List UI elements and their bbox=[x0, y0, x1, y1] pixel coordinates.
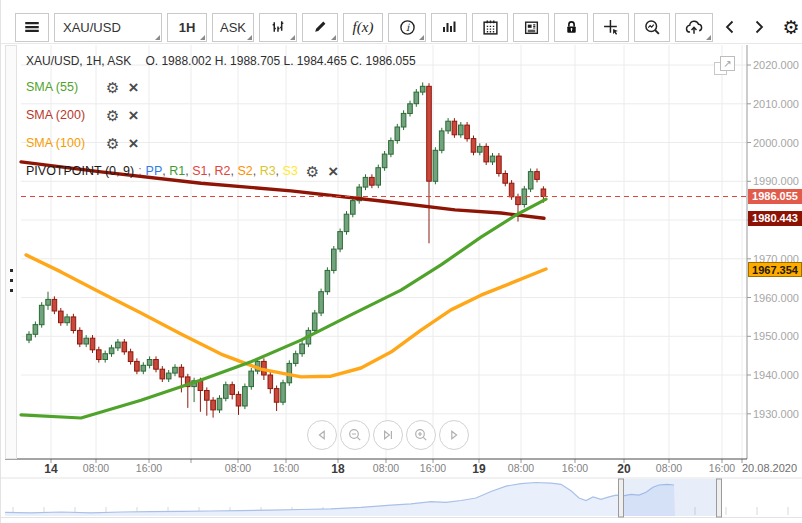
lock-button[interactable] bbox=[554, 13, 588, 42]
date-axis-label: 20.08.2020 bbox=[742, 462, 797, 474]
pivot-comma: , bbox=[162, 164, 169, 178]
cloud-upload-icon bbox=[685, 18, 703, 36]
splitter-grip-dot bbox=[10, 269, 13, 272]
sma100-value-badge: 1967.354 bbox=[748, 262, 802, 277]
price-axis-label: 2000.000 bbox=[753, 137, 799, 149]
time-axis-label: 08:00 bbox=[656, 462, 682, 474]
price-axis-label: 1990.000 bbox=[753, 175, 799, 187]
dropdown-caret-icon bbox=[419, 35, 424, 40]
left-panel-splitter[interactable] bbox=[5, 45, 17, 459]
upload-button[interactable] bbox=[675, 13, 713, 42]
indicators-button[interactable]: f(x) bbox=[343, 13, 383, 42]
pivot-level-r1: R1 bbox=[169, 164, 185, 178]
zoom-mode-button[interactable] bbox=[634, 13, 670, 42]
indicator-settings-gear-icon[interactable]: ⚙ bbox=[106, 136, 119, 151]
pivot-level-pp: PP bbox=[146, 164, 163, 178]
info-button[interactable]: i bbox=[388, 13, 426, 42]
chevron-left-icon bbox=[722, 19, 738, 35]
price-axis-label: 1950.000 bbox=[753, 330, 799, 342]
trading-chart-app: XAU/USD1HASKf(x)i⚙ XAU/USD, 1H, ASK O. 1… bbox=[0, 0, 802, 523]
pivot-separator: : bbox=[138, 164, 141, 178]
time-axis-label: 16:00 bbox=[709, 462, 735, 474]
draw-tools-button[interactable] bbox=[302, 13, 338, 42]
pivot-label: PIVOTPOINT (0, 9) bbox=[26, 164, 134, 178]
chart-type-select-button[interactable] bbox=[259, 13, 297, 42]
crosshair-button[interactable] bbox=[593, 13, 629, 42]
calendar-icon bbox=[482, 19, 499, 36]
current-price-badge: 1986.055 bbox=[748, 189, 802, 204]
dropdown-caret-icon bbox=[155, 35, 160, 40]
chevron-right-icon bbox=[751, 19, 767, 35]
settings-button[interactable]: ⚙ bbox=[776, 13, 802, 42]
pivot-comma: , bbox=[185, 164, 192, 178]
go-to-end-button[interactable] bbox=[373, 420, 403, 450]
news-button[interactable] bbox=[513, 13, 549, 42]
time-axis-label: 18 bbox=[331, 462, 344, 476]
time-axis-label: 08:00 bbox=[225, 462, 251, 474]
zoom-in-button[interactable] bbox=[406, 420, 436, 450]
dropdown-caret-icon bbox=[706, 35, 711, 40]
splitter-grip-dot bbox=[10, 289, 13, 292]
chart-legend: XAU/USD, 1H, ASK O. 1988.002 H. 1988.705… bbox=[26, 49, 416, 185]
legend-instrument: XAU/USD, 1H, ASK bbox=[26, 54, 131, 68]
pivot-comma: , bbox=[207, 164, 214, 178]
detach-chart-button[interactable]: ↗ bbox=[712, 53, 736, 77]
calendar-button[interactable] bbox=[472, 13, 508, 42]
pivot-level-s1: S1 bbox=[192, 164, 207, 178]
zoom-in-icon bbox=[413, 427, 429, 443]
step-forward-icon bbox=[446, 427, 462, 443]
detach-arrow-icon: ↗ bbox=[720, 56, 735, 71]
hamburger-icon bbox=[23, 18, 41, 36]
time-axis-label: 16:00 bbox=[420, 462, 446, 474]
timeframe-select-label: 1H bbox=[179, 20, 196, 35]
pivot-comma: , bbox=[276, 164, 283, 178]
time-axis-label: 16:00 bbox=[273, 462, 299, 474]
indicator-remove-icon[interactable]: × bbox=[128, 107, 138, 124]
indicator-settings-gear-icon[interactable]: ⚙ bbox=[306, 164, 319, 179]
indicator-remove-icon[interactable]: × bbox=[128, 135, 138, 152]
price-axis-label: 1930.000 bbox=[753, 408, 799, 420]
symbol-select-label: XAU/USD bbox=[63, 20, 121, 35]
indicator-remove-icon[interactable]: × bbox=[328, 163, 338, 180]
lock-icon bbox=[564, 20, 579, 35]
time-axis-label: 08:00 bbox=[83, 462, 109, 474]
step-back-icon bbox=[314, 427, 330, 443]
legend-row-main: XAU/USD, 1H, ASK O. 1988.002 H. 1988.705… bbox=[26, 49, 416, 73]
timeframe-select-button[interactable]: 1H bbox=[167, 13, 207, 42]
price-type-select-button[interactable]: ASK bbox=[212, 13, 254, 42]
price-type-select-label: ASK bbox=[220, 20, 246, 35]
scroll-left-button[interactable] bbox=[307, 420, 337, 450]
forward-button[interactable] bbox=[747, 13, 771, 42]
time-axis-label: 16:00 bbox=[562, 462, 588, 474]
time-axis-label: 16:00 bbox=[136, 462, 162, 474]
zoom-out-button[interactable] bbox=[340, 420, 370, 450]
navigator-handle bbox=[619, 479, 624, 517]
bar-chart-icon bbox=[441, 19, 457, 35]
time-axis-label: 08:00 bbox=[508, 462, 534, 474]
price-axis-label: 2020.000 bbox=[753, 59, 799, 71]
dropdown-caret-icon bbox=[290, 35, 295, 40]
indicator-row: SMA (200)⚙× bbox=[26, 101, 416, 129]
crosshair-icon bbox=[603, 19, 620, 36]
indicators-label: f(x) bbox=[353, 19, 374, 36]
pivot-level-s2: S2 bbox=[237, 164, 252, 178]
indicator-label: SMA (200) bbox=[26, 108, 98, 122]
indicator-row: SMA (55)⚙× bbox=[26, 73, 416, 101]
time-axis-label: 08:00 bbox=[373, 462, 399, 474]
splitter-grip-dot bbox=[10, 279, 13, 282]
zoom-out-icon bbox=[347, 427, 363, 443]
indicator-settings-gear-icon[interactable]: ⚙ bbox=[106, 80, 119, 95]
indicator-settings-gear-icon[interactable]: ⚙ bbox=[106, 108, 119, 123]
indicator-row: SMA (100)⚙× bbox=[26, 129, 416, 157]
price-axis-label: 1960.000 bbox=[753, 292, 799, 304]
time-axis-label: 19 bbox=[472, 462, 485, 476]
symbol-select-button[interactable]: XAU/USD bbox=[54, 13, 162, 42]
scroll-right-button[interactable] bbox=[439, 420, 469, 450]
menu-button[interactable] bbox=[15, 13, 49, 42]
back-button[interactable] bbox=[718, 13, 742, 42]
info-icon: i bbox=[399, 19, 416, 36]
volume-button[interactable] bbox=[431, 13, 467, 42]
price-axis-label: 2010.000 bbox=[753, 98, 799, 110]
indicator-remove-icon[interactable]: × bbox=[128, 79, 138, 96]
indicator-label: SMA (100) bbox=[26, 136, 98, 150]
